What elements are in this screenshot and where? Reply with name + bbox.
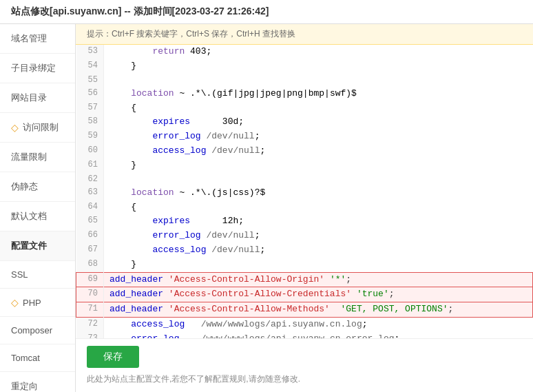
sidebar-label-domain: 域名管理 <box>11 32 47 45</box>
sidebar-icon-access-limit: ◇ <box>11 122 19 133</box>
line-content-61: } <box>104 158 533 173</box>
sidebar-label-default-doc: 默认文档 <box>11 210 47 223</box>
code-line-62: 62 <box>76 173 533 186</box>
sidebar-item-ssl[interactable]: SSL <box>0 261 75 289</box>
code-token: location ~ .*\.(js|css)?$ <box>109 187 265 198</box>
hint-bar: 提示：Ctrl+F 搜索关键字，Ctrl+S 保存，Ctrl+H 查找替换 <box>76 24 533 45</box>
code-token: 'Access-Control-Allow-Origin' <box>169 274 324 285</box>
line-content-53: return 403; <box>104 45 533 59</box>
sidebar-item-website-dir[interactable]: 网站目录 <box>0 83 75 113</box>
code-token: expires 30d; <box>109 116 244 127</box>
code-line-65: 65 expires 12h; <box>76 214 533 229</box>
sidebar-item-config-file[interactable]: 配置文件 <box>0 231 75 261</box>
sidebar-item-composer[interactable]: Composer <box>0 317 75 344</box>
code-token: error_log /dev/null; <box>109 131 260 141</box>
line-number-56: 56 <box>76 87 104 101</box>
code-token: ; <box>389 289 395 299</box>
line-content-55 <box>104 74 533 87</box>
sidebar-item-traffic-limit[interactable]: 流量限制 <box>0 143 75 172</box>
line-number-70: 70 <box>76 287 104 302</box>
code-line-71: 71add_header 'Access-Control-Allow-Metho… <box>76 302 533 318</box>
code-token: error_log /www/wwwlogs/api.suyanw.cn.err… <box>109 333 399 338</box>
save-button[interactable]: 保存 <box>87 346 139 368</box>
code-token: error_log /dev/null; <box>109 230 260 240</box>
line-number-73: 73 <box>76 332 104 338</box>
sidebar-item-php[interactable]: ◇PHP <box>0 289 75 317</box>
code-token: access_log /www/wwwlogs/api.suyanw.cn.lo… <box>109 319 368 329</box>
line-number-65: 65 <box>76 214 104 229</box>
sidebar-label-ssl: SSL <box>11 269 28 280</box>
line-number-69: 69 <box>76 272 104 287</box>
line-number-60: 60 <box>76 144 104 158</box>
code-token: '*' <box>330 274 346 285</box>
line-content-67: access_log /dev/null; <box>104 243 533 258</box>
line-content-57: { <box>104 101 533 116</box>
sidebar-item-subdomain[interactable]: 子目录绑定 <box>0 54 75 83</box>
code-token: add_header <box>109 274 169 285</box>
line-number-57: 57 <box>76 101 104 116</box>
code-token <box>324 274 330 285</box>
sidebar-item-tomcat[interactable]: Tomcat <box>0 344 75 372</box>
code-line-69: 69add_header 'Access-Control-Allow-Origi… <box>76 272 533 287</box>
footer-area: 保存 此处为站点主配置文件,若您不了解配置规则,请勿随意修改. <box>76 338 533 392</box>
code-line-61: 61 } <box>76 158 533 173</box>
line-content-56: location ~ .*\.(gif|jpg|jpeg|png|bmp|swf… <box>104 87 533 101</box>
line-number-64: 64 <box>76 200 104 215</box>
code-token <box>351 289 357 299</box>
sidebar-label-access-limit: 访问限制 <box>23 121 59 134</box>
sidebar-label-tomcat: Tomcat <box>11 353 40 363</box>
code-line-58: 58 expires 30d; <box>76 115 533 130</box>
code-line-66: 66 error_log /dev/null; <box>76 229 533 243</box>
code-token: expires 12h; <box>109 216 244 226</box>
code-line-60: 60 access_log /dev/null; <box>76 144 533 158</box>
line-number-67: 67 <box>76 243 104 258</box>
line-content-68: } <box>104 258 533 272</box>
code-line-57: 57 { <box>76 101 533 116</box>
sidebar-item-access-limit[interactable]: ◇访问限制 <box>0 113 75 143</box>
code-line-63: 63 location ~ .*\.(js|css)?$ <box>76 186 533 200</box>
line-content-70: add_header 'Access-Control-Allow-Credent… <box>104 287 533 302</box>
line-content-72: access_log /www/wwwlogs/api.suyanw.cn.lo… <box>104 317 533 331</box>
sidebar-item-default-doc[interactable]: 默认文档 <box>0 202 75 231</box>
sidebar-item-redirect[interactable]: 重定向 <box>0 372 75 392</box>
line-number-72: 72 <box>76 317 104 331</box>
hint-text: 提示：Ctrl+F 搜索关键字，Ctrl+S 保存，Ctrl+H 查找替换 <box>87 29 295 39</box>
code-token: location ~ .*\.(gif|jpg|jpeg|png|bmp|swf… <box>109 88 357 99</box>
sidebar-label-website-dir: 网站目录 <box>11 92 47 104</box>
code-line-72: 72 access_log /www/wwwlogs/api.suyanw.cn… <box>76 317 533 331</box>
sidebar-item-domain[interactable]: 域名管理 <box>0 24 75 54</box>
code-table: 53 return 403;54 }5556 location ~ .*\.(g… <box>76 45 533 338</box>
code-token: 'true' <box>357 289 389 299</box>
line-number-53: 53 <box>76 45 104 59</box>
line-content-69: add_header 'Access-Control-Allow-Origin'… <box>104 272 533 287</box>
line-content-71: add_header 'Access-Control-Allow-Methods… <box>104 302 533 318</box>
line-number-68: 68 <box>76 258 104 272</box>
code-line-55: 55 <box>76 74 533 87</box>
line-number-71: 71 <box>76 302 104 318</box>
code-line-56: 56 location ~ .*\.(gif|jpg|jpeg|png|bmp|… <box>76 87 533 101</box>
line-content-62 <box>104 173 533 186</box>
editor-area[interactable]: 53 return 403;54 }5556 location ~ .*\.(g… <box>76 45 533 338</box>
title-text: 站点修改[api.suyanw.cn] -- 添加时间[2023-03-27 2… <box>11 6 269 17</box>
line-content-60: access_log /dev/null; <box>104 144 533 158</box>
code-token: 'GET, POST, OPTIONS' <box>340 304 448 314</box>
sidebar-label-static: 伪静态 <box>11 180 38 193</box>
line-content-54: } <box>104 59 533 74</box>
sidebar: 域名管理子目录绑定网站目录◇访问限制流量限制伪静态默认文档配置文件SSL◇PHP… <box>0 24 76 392</box>
sidebar-label-php: PHP <box>23 298 41 308</box>
sidebar-item-static[interactable]: 伪静态 <box>0 172 75 202</box>
code-token: add_header <box>109 304 169 314</box>
line-number-58: 58 <box>76 115 104 130</box>
line-number-63: 63 <box>76 186 104 200</box>
code-token: access_log /dev/null; <box>109 245 265 255</box>
sidebar-label-traffic-limit: 流量限制 <box>11 151 47 163</box>
code-line-54: 54 } <box>76 59 533 74</box>
main-layout: 域名管理子目录绑定网站目录◇访问限制流量限制伪静态默认文档配置文件SSL◇PHP… <box>0 24 533 392</box>
line-content-66: error_log /dev/null; <box>104 229 533 243</box>
code-token: return 403; <box>109 46 211 56</box>
title-bar: 站点修改[api.suyanw.cn] -- 添加时间[2023-03-27 2… <box>0 0 533 24</box>
code-token <box>330 304 341 314</box>
code-line-73: 73 error_log /www/wwwlogs/api.suyanw.cn.… <box>76 332 533 338</box>
code-token: access_log /dev/null; <box>109 145 265 156</box>
code-line-67: 67 access_log /dev/null; <box>76 243 533 258</box>
